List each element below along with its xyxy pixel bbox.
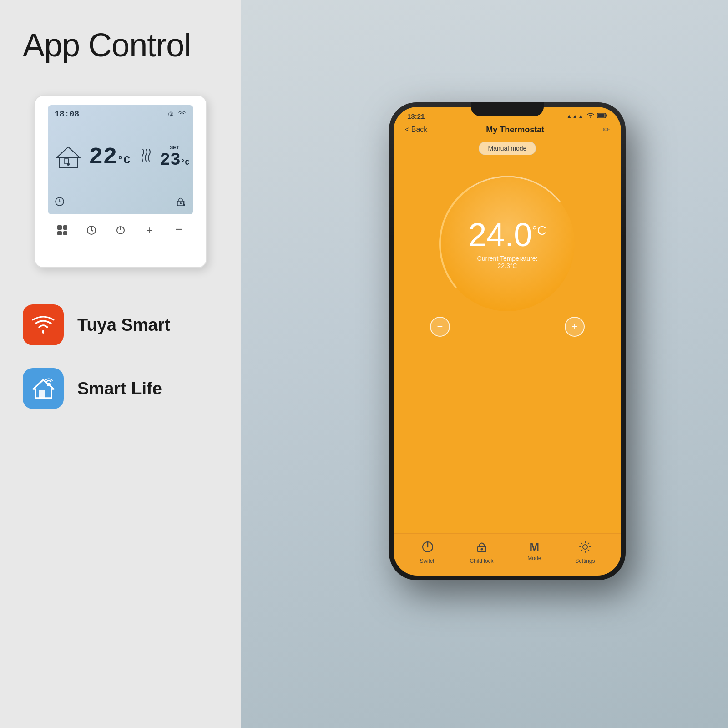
manual-mode-badge[interactable]: Manual mode: [479, 142, 536, 155]
status-time: 13:21: [407, 112, 425, 120]
lcd-wifi-icon: [177, 110, 187, 118]
minus-button[interactable]: −: [170, 220, 188, 238]
set-temperature-area: SET 23°C: [160, 145, 189, 170]
mode-badge-area: Manual mode: [394, 142, 621, 155]
plus-button[interactable]: +: [141, 221, 159, 239]
clock-icon: [55, 197, 65, 209]
phone-mockup: 13:21 ▲▲▲: [389, 102, 626, 580]
switch-icon: [421, 541, 434, 556]
settings-label: Settings: [575, 558, 595, 564]
temp-circle-container: 24.0°C Current Temperature: 22.3°C: [430, 167, 585, 321]
svg-point-10: [183, 201, 185, 203]
mode-icon: M: [530, 541, 540, 553]
app-title: My Thermostat: [486, 125, 544, 135]
thermostat-device: 18:08 ③: [34, 95, 207, 268]
current-temperature: 22°C: [89, 146, 130, 169]
tuya-smart-label: Tuya Smart: [77, 315, 170, 335]
svg-point-28: [480, 548, 483, 551]
status-icons: ▲▲▲: [566, 112, 607, 120]
svg-rect-17: [39, 390, 45, 398]
svg-line-13: [91, 230, 93, 231]
bottom-nav: Switch Child lock M: [394, 533, 621, 576]
page-title: App Control: [23, 27, 191, 63]
child-lock-icon: [175, 196, 187, 210]
left-panel: App Control 18:08 ③: [0, 0, 241, 728]
battery-icon: [597, 113, 607, 120]
svg-point-18: [47, 383, 51, 386]
temperature-display: 24.0°C Current Temperature: 22.3°C: [468, 218, 546, 269]
tuya-logo: [23, 304, 64, 345]
signal-icon: ▲▲▲: [566, 113, 584, 120]
svg-point-4: [67, 163, 70, 166]
smart-life-label: Smart Life: [77, 379, 162, 399]
app-header: < Back My Thermostat ✏: [394, 122, 621, 139]
smart-life-brand: Smart Life: [23, 368, 170, 409]
lcd-program-icon: ③: [168, 111, 174, 118]
svg-rect-2: [65, 158, 68, 164]
menu-button[interactable]: [53, 221, 71, 239]
schedule-button[interactable]: [82, 221, 101, 239]
lcd-time: 18:08: [55, 110, 79, 119]
switch-label: Switch: [420, 558, 435, 564]
phone-screen: 13:21 ▲▲▲: [394, 107, 621, 576]
wifi-status-icon: [586, 112, 595, 120]
lcd-screen: 18:08 ③: [48, 105, 193, 214]
svg-point-29: [583, 545, 587, 549]
edit-icon[interactable]: ✏: [603, 125, 610, 135]
nav-settings[interactable]: Settings: [575, 541, 595, 564]
nav-child-lock[interactable]: Child lock: [470, 541, 494, 564]
child-lock-label: Child lock: [470, 558, 494, 564]
settings-icon: [579, 541, 592, 556]
svg-rect-20: [606, 115, 607, 117]
power-button[interactable]: [111, 221, 130, 239]
right-panel: 13:21 ▲▲▲: [241, 0, 728, 728]
svg-point-9: [180, 202, 182, 204]
heat-icon: [139, 147, 153, 167]
svg-line-7: [60, 202, 61, 202]
house-icon: [55, 145, 82, 170]
smart-life-logo: [23, 368, 64, 409]
back-button[interactable]: < Back: [405, 126, 427, 134]
mode-label: Mode: [527, 555, 541, 561]
set-temp-value: 24.0°C: [468, 218, 546, 251]
temperature-area: 24.0°C Current Temperature: 22.3°C − +: [394, 162, 621, 533]
child-lock-nav-icon: [476, 541, 488, 556]
current-temp-label: Current Temperature: 22.3°C: [468, 255, 546, 269]
tuya-smart-brand: Tuya Smart: [23, 304, 170, 345]
svg-marker-0: [57, 147, 80, 157]
physical-buttons: + −: [48, 221, 193, 239]
lcd-top-icons: ③: [168, 110, 187, 118]
svg-rect-21: [598, 114, 605, 117]
nav-mode[interactable]: M Mode: [527, 541, 541, 564]
brand-section: Tuya Smart Smart Life: [23, 304, 170, 409]
phone-frame: 13:21 ▲▲▲: [389, 102, 626, 580]
nav-switch[interactable]: Switch: [420, 541, 435, 564]
phone-notch: [471, 102, 544, 116]
set-temperature: 23°C: [160, 150, 189, 170]
